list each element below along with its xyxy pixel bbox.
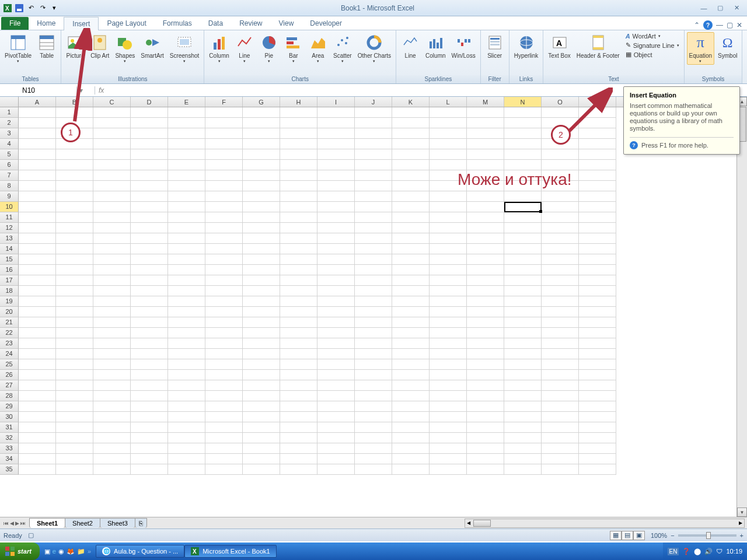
tray-clock[interactable]: 10:19 xyxy=(726,548,742,555)
cell[interactable] xyxy=(430,370,467,380)
cell[interactable] xyxy=(355,296,392,307)
cell[interactable] xyxy=(430,212,467,223)
cell[interactable] xyxy=(243,191,280,202)
cell[interactable] xyxy=(355,275,392,286)
cell[interactable] xyxy=(467,433,504,443)
cell[interactable] xyxy=(131,139,168,149)
cell[interactable] xyxy=(56,338,93,349)
cell[interactable] xyxy=(504,286,542,296)
cell[interactable] xyxy=(392,107,430,118)
cell[interactable] xyxy=(280,275,317,286)
cell[interactable] xyxy=(467,275,504,286)
cell[interactable] xyxy=(392,233,430,244)
cell[interactable] xyxy=(168,338,205,349)
cell[interactable] xyxy=(243,359,280,370)
cell[interactable] xyxy=(205,202,243,212)
header-footer-button[interactable]: Header & Footer xyxy=(574,32,622,60)
cell[interactable] xyxy=(131,454,168,464)
signature-button[interactable]: ✎Signature Line ▾ xyxy=(623,41,682,50)
cell[interactable] xyxy=(392,139,430,149)
cell[interactable] xyxy=(205,307,243,317)
row-header[interactable]: 21 xyxy=(0,317,19,328)
cell[interactable] xyxy=(392,338,430,349)
cell[interactable] xyxy=(392,170,430,181)
cell[interactable] xyxy=(131,359,168,370)
cell[interactable] xyxy=(93,254,131,265)
cell[interactable] xyxy=(56,202,93,212)
cell[interactable] xyxy=(93,401,131,412)
cell[interactable] xyxy=(542,233,579,244)
cell[interactable] xyxy=(467,223,504,233)
cell[interactable] xyxy=(243,170,280,181)
cell[interactable] xyxy=(317,286,355,296)
cell[interactable] xyxy=(579,181,616,191)
cell[interactable] xyxy=(243,349,280,359)
cell[interactable] xyxy=(355,422,392,433)
cell[interactable] xyxy=(205,128,243,139)
cell[interactable] xyxy=(243,443,280,454)
tray-icon[interactable]: ⬤ xyxy=(694,548,701,555)
cell[interactable] xyxy=(243,328,280,338)
cell[interactable] xyxy=(317,433,355,443)
cell[interactable] xyxy=(131,265,168,275)
cell[interactable] xyxy=(205,401,243,412)
cell[interactable] xyxy=(93,128,131,139)
cell[interactable] xyxy=(430,296,467,307)
cell[interactable] xyxy=(19,107,56,118)
tray-icon[interactable]: 🛡 xyxy=(716,548,722,555)
cell[interactable] xyxy=(317,380,355,391)
column-header[interactable]: C xyxy=(93,97,131,107)
cell[interactable] xyxy=(579,464,616,475)
row-header[interactable]: 6 xyxy=(0,160,19,170)
cell[interactable] xyxy=(168,118,205,128)
cell[interactable] xyxy=(430,223,467,233)
cell[interactable] xyxy=(205,338,243,349)
help-icon[interactable]: ? xyxy=(703,20,713,30)
cell[interactable] xyxy=(93,370,131,380)
cell[interactable] xyxy=(430,391,467,401)
cell[interactable] xyxy=(131,370,168,380)
row-header[interactable]: 5 xyxy=(0,149,19,160)
cell[interactable] xyxy=(504,359,542,370)
cell[interactable] xyxy=(280,349,317,359)
cell[interactable] xyxy=(56,443,93,454)
cell[interactable] xyxy=(19,181,56,191)
window-minimize-child-icon[interactable]: — xyxy=(716,21,723,29)
cell[interactable] xyxy=(19,244,56,254)
cell[interactable] xyxy=(19,275,56,286)
cell[interactable] xyxy=(205,275,243,286)
cell[interactable] xyxy=(280,391,317,401)
cell[interactable] xyxy=(579,307,616,317)
cell[interactable] xyxy=(93,338,131,349)
cell[interactable] xyxy=(168,202,205,212)
cell[interactable] xyxy=(19,443,56,454)
cell[interactable] xyxy=(243,160,280,170)
cell[interactable] xyxy=(205,443,243,454)
tab-home[interactable]: Home xyxy=(29,17,64,30)
cell[interactable] xyxy=(542,464,579,475)
cell[interactable] xyxy=(392,328,430,338)
cell[interactable] xyxy=(579,254,616,265)
zoom-slider[interactable] xyxy=(678,534,736,537)
excel-icon[interactable]: X xyxy=(2,3,13,13)
cell[interactable] xyxy=(317,107,355,118)
cell[interactable] xyxy=(430,443,467,454)
cell[interactable] xyxy=(168,401,205,412)
cell[interactable] xyxy=(317,359,355,370)
cell[interactable] xyxy=(205,265,243,275)
cell[interactable] xyxy=(93,160,131,170)
cell[interactable] xyxy=(542,265,579,275)
cell[interactable] xyxy=(504,401,542,412)
cell[interactable] xyxy=(504,191,542,202)
cell[interactable] xyxy=(93,317,131,328)
cell[interactable] xyxy=(355,212,392,223)
cell[interactable] xyxy=(280,443,317,454)
cell[interactable] xyxy=(467,118,504,128)
cell[interactable] xyxy=(56,296,93,307)
cell[interactable] xyxy=(317,296,355,307)
cell[interactable] xyxy=(355,181,392,191)
cell[interactable] xyxy=(317,391,355,401)
cell[interactable] xyxy=(467,422,504,433)
ql-icon[interactable]: ▣ xyxy=(44,548,50,555)
cell[interactable] xyxy=(467,160,504,170)
